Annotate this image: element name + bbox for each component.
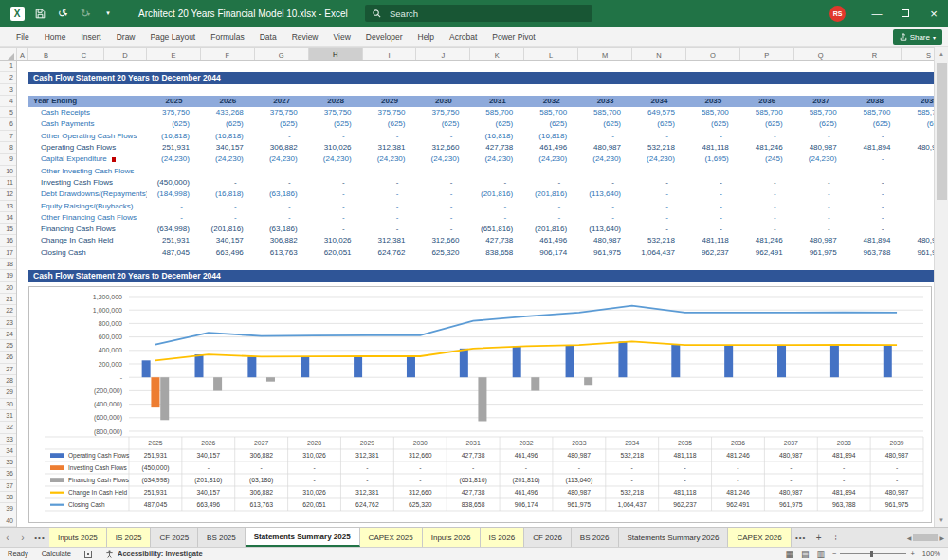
cell-value[interactable]: 375,750 xyxy=(255,107,309,118)
cell-value[interactable]: (24,230) xyxy=(524,154,578,165)
column-header-I[interactable]: I xyxy=(363,48,417,61)
cell-value[interactable]: (63,186) xyxy=(255,224,309,235)
year-header-2025[interactable]: 2025 xyxy=(147,96,201,107)
row-label[interactable]: Investing Cash Flows xyxy=(28,177,147,189)
row-header-20[interactable]: 20 xyxy=(0,282,16,294)
cell-value[interactable]: 961,975 xyxy=(794,247,848,259)
row-header-3[interactable]: 3 xyxy=(0,84,16,96)
cell-value[interactable]: 481,118 xyxy=(686,235,740,246)
cell-value[interactable]: - xyxy=(740,166,794,177)
cell-value[interactable]: (24,230) xyxy=(632,154,686,165)
cell-value[interactable]: (16,818) xyxy=(201,189,255,200)
zoom-out-icon[interactable]: − xyxy=(832,550,836,558)
hscroll-right-icon[interactable]: ▶ xyxy=(939,534,944,541)
ribbon-tab-review[interactable]: Review xyxy=(285,28,325,45)
cell-value[interactable]: - xyxy=(794,189,848,200)
undo-button[interactable]: ↺▾ xyxy=(53,5,72,22)
cell-value[interactable]: - xyxy=(416,131,470,142)
sheet-tab-bs-2025[interactable]: BS 2025 xyxy=(198,528,246,547)
column-header-K[interactable]: K xyxy=(470,48,524,61)
tab-scroll-right-icon[interactable]: › xyxy=(15,528,30,547)
cell-value[interactable]: - xyxy=(848,131,902,142)
vertical-scrollbar[interactable]: ▲ ▼ xyxy=(934,47,948,527)
cell-value[interactable]: - xyxy=(902,212,934,224)
cell-value[interactable]: - xyxy=(848,201,902,212)
cell-value[interactable]: - xyxy=(848,212,902,224)
cell-value[interactable]: (201,816) xyxy=(470,189,524,200)
cell-value[interactable]: - xyxy=(416,224,470,235)
cell-value[interactable]: - xyxy=(147,201,201,212)
cell-value[interactable]: (625) xyxy=(578,118,632,130)
cell-value[interactable]: - xyxy=(470,166,524,177)
row-header-25[interactable]: 25 xyxy=(0,340,16,352)
cell-value[interactable]: 838,658 xyxy=(470,247,524,259)
tab-list-more-icon[interactable]: ••• xyxy=(30,528,49,547)
cell-value[interactable]: 962,237 xyxy=(686,247,740,259)
scroll-up-icon[interactable]: ▲ xyxy=(935,47,948,61)
sheet-tab-cf-2026[interactable]: CF 2026 xyxy=(524,528,572,547)
cell-value[interactable]: (16,818) xyxy=(147,131,201,142)
cell-value[interactable]: 480,987 xyxy=(902,142,934,154)
sheet-tab-is-2025[interactable]: IS 2025 xyxy=(107,528,152,547)
cell-value[interactable]: - xyxy=(578,177,632,189)
column-header-D[interactable]: D xyxy=(104,48,147,61)
cell-value[interactable]: 481,894 xyxy=(848,142,902,154)
new-sheet-button[interactable]: + xyxy=(811,528,828,547)
cell-value[interactable]: 585,700 xyxy=(686,107,740,118)
cell-value[interactable]: 481,246 xyxy=(740,142,794,154)
cell-value[interactable]: 427,738 xyxy=(470,142,524,154)
cell-value[interactable]: 620,051 xyxy=(309,247,363,259)
cell-value[interactable]: 251,931 xyxy=(147,235,201,246)
cell-value[interactable]: - xyxy=(309,201,363,212)
cashflow-chart[interactable]: 1,200,0001,000,000800,000600,000400,0002… xyxy=(28,286,932,523)
cell-value[interactable]: - xyxy=(363,166,417,177)
tab-splitter-handle[interactable]: ⁞ xyxy=(828,528,845,547)
cell-value[interactable]: - xyxy=(794,201,848,212)
cell-value[interactable]: 310,026 xyxy=(309,235,363,246)
cell-value[interactable]: (625) xyxy=(470,118,524,130)
row-header-36[interactable]: 36 xyxy=(0,468,16,479)
cell-value[interactable]: - xyxy=(686,166,740,177)
row-label[interactable]: Financing Cash Flows xyxy=(28,224,147,235)
cell-value[interactable]: (24,230) xyxy=(794,154,848,165)
row-header-34[interactable]: 34 xyxy=(0,445,16,457)
column-header-Q[interactable]: Q xyxy=(794,48,848,61)
cell-value[interactable]: - xyxy=(309,131,363,142)
sheet-tab-capex-2025[interactable]: CAPEX 2025 xyxy=(360,528,423,547)
cell-value[interactable]: - xyxy=(416,201,470,212)
cell-value[interactable]: - xyxy=(686,224,740,235)
cell-value[interactable]: (625) xyxy=(848,118,902,130)
cell-value[interactable]: - xyxy=(740,212,794,224)
normal-view-icon[interactable]: ▦ xyxy=(785,550,793,559)
year-header-2038[interactable]: 2038 xyxy=(848,96,902,107)
year-header-2030[interactable]: 2030 xyxy=(416,96,470,107)
cell-value[interactable]: (184,998) xyxy=(147,189,201,200)
cell-value[interactable]: - xyxy=(632,189,686,200)
vertical-scroll-thumb[interactable] xyxy=(937,63,947,200)
column-header-M[interactable]: M xyxy=(578,48,632,61)
ribbon-tab-help[interactable]: Help xyxy=(411,28,441,45)
cell-value[interactable]: 375,750 xyxy=(416,107,470,118)
sheet-tab-inputs-2026[interactable]: Inputs 2026 xyxy=(423,528,481,547)
cell-value[interactable]: - xyxy=(363,177,417,189)
sheet-tab-bs-2026[interactable]: BS 2026 xyxy=(572,528,619,547)
cell-value[interactable]: - xyxy=(470,177,524,189)
tab-overflow-icon[interactable]: ••• xyxy=(792,528,811,547)
cell-value[interactable]: (201,816) xyxy=(524,224,578,235)
cell-value[interactable]: (24,230) xyxy=(309,154,363,165)
cell-value[interactable]: 585,700 xyxy=(902,107,934,118)
cell-value[interactable]: - xyxy=(309,177,363,189)
year-header-2032[interactable]: 2032 xyxy=(524,96,578,107)
macro-record-icon[interactable] xyxy=(84,551,92,558)
cell-value[interactable]: (625) xyxy=(309,118,363,130)
year-header-2028[interactable]: 2028 xyxy=(309,96,363,107)
cell-value[interactable]: - xyxy=(470,201,524,212)
year-header-2026[interactable]: 2026 xyxy=(201,96,255,107)
sheet-tab-is-2026[interactable]: IS 2026 xyxy=(481,528,525,547)
row-header-16[interactable]: 16 xyxy=(0,235,16,246)
cell-value[interactable]: - xyxy=(309,224,363,235)
cell-value[interactable]: - xyxy=(309,189,363,200)
row-header-8[interactable]: 8 xyxy=(0,142,16,154)
cell-value[interactable]: (651,816) xyxy=(470,224,524,235)
row-label[interactable]: Cash Receipts xyxy=(28,107,147,118)
